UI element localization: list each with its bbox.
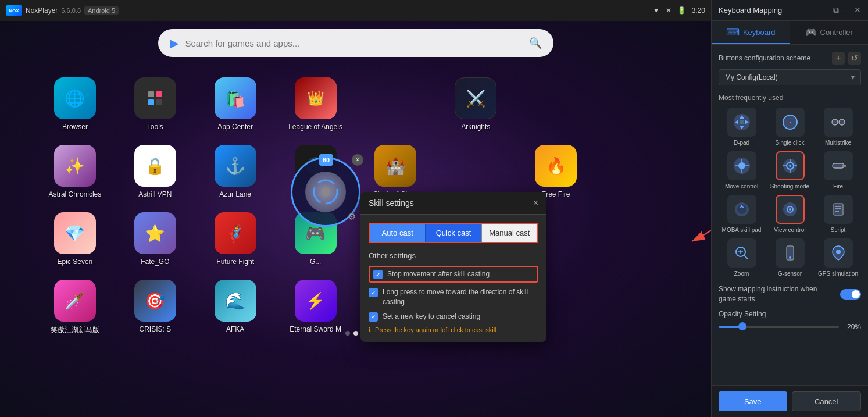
svg-point-23: [789, 165, 791, 167]
skill-dialog-body: Auto cast Quick cast Manual cast Other s…: [360, 215, 546, 342]
app-afka-label: AFKA: [226, 325, 244, 333]
svg-rect-3: [156, 99, 162, 105]
search-bar[interactable]: ▶ 🔍: [158, 29, 553, 57]
control-gsensor[interactable]: G-sensor: [767, 238, 813, 277]
view-control-label: View control: [774, 226, 805, 234]
skill-ring-badge: 60: [319, 154, 333, 166]
skill-ring-close-btn[interactable]: ×: [352, 154, 363, 166]
control-view[interactable]: View control: [767, 195, 813, 234]
app-tools-label: Tools: [147, 123, 163, 131]
app-afka[interactable]: 🌊 AFKA: [195, 275, 276, 340]
app-epicseven[interactable]: 💎 Epic Seven: [35, 208, 115, 270]
app-fatego-icon: ⭐: [134, 212, 176, 254]
long-press-checkbox[interactable]: ✓: [369, 288, 378, 297]
app-name: NoxPlayer: [26, 6, 58, 15]
app-astral-label: Astral Chronicles: [49, 190, 102, 198]
add-config-btn[interactable]: +: [832, 52, 845, 65]
skill-ring-gear-icon[interactable]: ⚙: [348, 211, 356, 222]
app-astral[interactable]: ✨ Astral Chronicles: [35, 140, 115, 203]
show-mapping-row: Show mapping instruction when game start…: [719, 284, 861, 304]
dot-1[interactable]: [345, 331, 350, 336]
control-moba[interactable]: MOBA skill pad: [719, 195, 765, 234]
cancel-button[interactable]: Cancel: [792, 391, 862, 411]
cast-buttons-group: Auto cast Quick cast Manual cast: [369, 223, 538, 243]
app-arknights-label: Arknights: [461, 123, 490, 131]
app-epicseven-icon: 💎: [54, 212, 96, 254]
cancel-casting-checkbox[interactable]: ✓: [369, 312, 378, 322]
battery-icon: 🔋: [677, 6, 686, 15]
tab-controller[interactable]: 🎮 Controller: [790, 21, 869, 44]
cancel-casting-row: ✓ Set a new key to cancel casting: [369, 312, 538, 322]
app-eternal[interactable]: ⚡ Eternal Sword M: [276, 275, 356, 340]
panel-restore-icon[interactable]: ⧉: [833, 5, 839, 15]
most-used-label: Most frequently used: [719, 94, 861, 102]
dot-2[interactable]: [353, 331, 358, 336]
quick-cast-btn[interactable]: Quick cast: [425, 224, 481, 242]
hint-text: ℹ Press the key again or left click to c…: [369, 326, 538, 334]
control-single-click[interactable]: · Single click: [767, 108, 813, 147]
opacity-slider[interactable]: [719, 326, 839, 328]
svg-rect-2: [148, 99, 154, 105]
app-crisis[interactable]: 🎯 CRISIS: S: [115, 275, 195, 340]
script-icon: [824, 195, 853, 224]
app-browser[interactable]: 🌐 Browser: [35, 73, 115, 136]
app-league[interactable]: 👑 League of Angels: [276, 73, 356, 136]
app-arknights-icon: ⚔️: [455, 77, 496, 119]
skill-ring[interactable]: 60 × ⚙: [291, 157, 360, 227]
show-mapping-toggle[interactable]: [840, 289, 861, 300]
save-button[interactable]: Save: [719, 391, 787, 411]
app-fatego-label: Fate_GO: [141, 258, 169, 266]
auto-cast-btn[interactable]: Auto cast: [370, 224, 425, 242]
opacity-thumb[interactable]: [738, 322, 746, 330]
app-azurlane[interactable]: ⚓ Azur Lane: [195, 140, 276, 203]
app-empty9: [596, 208, 676, 270]
app-g-label: G...: [310, 258, 321, 266]
google-play-icon: ▶: [170, 36, 178, 50]
move-control-icon: [727, 151, 756, 180]
refresh-config-btn[interactable]: ↺: [848, 52, 861, 65]
shooting-mode-label: Shooting mode: [770, 183, 809, 190]
control-move[interactable]: Move control: [719, 151, 765, 190]
stop-movement-checkbox[interactable]: ✓: [373, 270, 383, 279]
shooting-mode-icon: [776, 151, 805, 180]
skill-dialog-close-btn[interactable]: ×: [533, 198, 538, 208]
long-press-row: ✓ Long press to move toward the directio…: [369, 287, 538, 307]
app-fatego[interactable]: ⭐ Fate_GO: [115, 208, 195, 270]
time-display: 3:20: [692, 6, 705, 15]
app-tools[interactable]: Tools: [115, 73, 195, 136]
search-input[interactable]: [185, 38, 522, 48]
other-settings-title: Other settings: [369, 251, 538, 260]
app-astrillvpn[interactable]: 🔒 Astrill VPN: [115, 140, 195, 203]
control-script[interactable]: Script: [815, 195, 861, 234]
manual-cast-btn[interactable]: Manual cast: [482, 224, 537, 242]
panel-minimize-icon[interactable]: ─: [844, 5, 849, 15]
view-control-icon: [776, 195, 805, 224]
skill-dialog-header: Skill settings ×: [360, 192, 546, 215]
stop-movement-label: Stop movement after skill casting: [387, 269, 490, 279]
svg-point-5: [321, 187, 330, 197]
nox-logo: NOX: [6, 5, 22, 16]
svg-point-46: [836, 250, 841, 254]
control-multistrike[interactable]: Multistrike: [815, 108, 861, 147]
skill-settings-dialog: Skill settings × Auto cast Quick cast Ma…: [360, 192, 546, 342]
opacity-row: 20%: [719, 323, 861, 331]
search-icon[interactable]: 🔍: [529, 37, 542, 49]
tab-keyboard[interactable]: ⌨ Keyboard: [712, 21, 790, 44]
svg-point-35: [789, 208, 791, 211]
app-afka-icon: 🌊: [215, 280, 256, 322]
app-arknights[interactable]: ⚔️ Arknights: [435, 73, 516, 136]
app-empty2: [516, 73, 596, 136]
config-dropdown[interactable]: My Config(Local) ▾: [719, 69, 861, 85]
panel-close-icon[interactable]: ✕: [854, 5, 861, 15]
control-zoom[interactable]: Zoom: [719, 238, 765, 277]
tab-bar: ⌨ Keyboard 🎮 Controller: [712, 21, 868, 45]
control-gps[interactable]: GPS simulation: [815, 238, 861, 277]
control-dpad[interactable]: D-pad: [719, 108, 765, 147]
panel-content: Buttons configuration scheme + ↺ My Conf…: [712, 45, 868, 385]
app-appcenter[interactable]: 🛍️ App Center: [195, 73, 276, 136]
control-fire[interactable]: Fire: [815, 151, 861, 190]
app-xiaao[interactable]: 🗡️ 笑傲江湖新马版: [35, 275, 115, 340]
app-future[interactable]: 🦸 Future Fight: [195, 208, 276, 270]
app-league-icon: 👑: [295, 77, 337, 119]
control-shooting[interactable]: Shooting mode: [767, 151, 813, 190]
